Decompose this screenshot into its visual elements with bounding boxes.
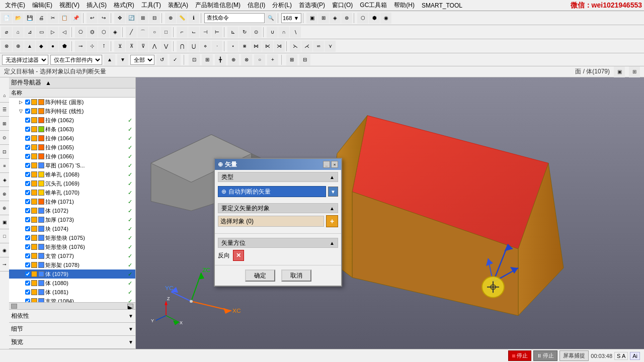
tree-checkbox-13[interactable]: [24, 207, 31, 214]
tb-r10[interactable]: ◈: [110, 27, 121, 38]
tree-item-17[interactable]: 矩形垫块 (1076) ✓: [9, 242, 135, 251]
tree-item-10[interactable]: 沉头孔 (1069) ✓: [9, 179, 135, 188]
tb-scale[interactable]: ⊞: [137, 13, 148, 24]
tree-item-20[interactable]: 体 (1079) ✓: [9, 269, 135, 279]
nav-sort-icon[interactable]: ▲: [45, 79, 51, 86]
tree-checkbox-7[interactable]: [24, 153, 31, 160]
side-icon-analy[interactable]: ◉: [0, 243, 9, 257]
zoom-dropdown[interactable]: 168 ▼: [281, 13, 301, 23]
tree-checkbox-22[interactable]: [24, 289, 31, 296]
tb-circle[interactable]: ○: [149, 27, 160, 38]
tb-shade[interactable]: ⬢: [369, 13, 380, 24]
side-icon-meas[interactable]: □: [0, 229, 9, 243]
side-icon-home[interactable]: ⌂: [0, 88, 9, 103]
tb-search-go[interactable]: 🔍: [265, 13, 276, 24]
tb-v2[interactable]: ⊞: [318, 13, 329, 24]
tree-checkbox-11[interactable]: [24, 189, 31, 196]
tb-measure[interactable]: 📏: [177, 13, 188, 24]
side-icon-prop[interactable]: ≡: [0, 159, 9, 173]
tb-s6[interactable]: ⬟: [59, 41, 70, 52]
tb-r6[interactable]: ◁: [59, 27, 70, 38]
menu-prefs[interactable]: 首选项(P): [296, 0, 328, 11]
define-section-header[interactable]: 要定义矢量的对象 ▲: [218, 203, 338, 213]
filter-snap4[interactable]: ⊕: [228, 54, 239, 65]
side-icon-dep[interactable]: ▣: [0, 215, 9, 229]
panel-detail[interactable]: 细节 ▼: [9, 323, 135, 336]
tree-checkbox-12[interactable]: [24, 198, 31, 205]
filter-view[interactable]: ⊟: [299, 54, 310, 65]
filter-snap3[interactable]: ╋: [215, 54, 226, 65]
tb-s26[interactable]: ⋍: [313, 41, 324, 52]
tb-s19[interactable]: ⋆: [227, 41, 238, 52]
tree-item-18[interactable]: 支管 (1077) ✓: [9, 251, 135, 260]
side-icon-tree[interactable]: ☰: [0, 103, 9, 117]
tb-s5[interactable]: ●: [47, 41, 58, 52]
tree-checkbox-16[interactable]: [24, 234, 31, 241]
tree-item-21[interactable]: 体 (1080) ✓: [9, 279, 135, 288]
tree-checkbox-10[interactable]: [24, 180, 31, 187]
tb-r4[interactable]: ▭: [36, 27, 47, 38]
menu-view[interactable]: 视图(V): [56, 0, 83, 11]
tb-r9[interactable]: ⬡: [98, 27, 109, 38]
filter-type-dropdown[interactable]: 无选择过滤器: [2, 55, 48, 65]
tb-move[interactable]: ✥: [114, 13, 125, 24]
tb-s8[interactable]: ⊹: [87, 41, 98, 52]
dialog-title-bar[interactable]: ⊕ 矢量 _ ×: [215, 159, 341, 170]
tree-checkbox-5[interactable]: [24, 135, 31, 142]
tb-chamfer[interactable]: ⌙: [188, 27, 199, 38]
side-icon-ops[interactable]: ⊙: [0, 131, 9, 145]
select-objects-field[interactable]: 选择对象 (0): [218, 216, 324, 227]
tb-info2[interactable]: ℹ: [188, 13, 199, 24]
tb-v1[interactable]: ▣: [306, 13, 317, 24]
tb-r2[interactable]: ⌂: [13, 27, 24, 38]
tb-s23[interactable]: ⋊: [274, 41, 285, 52]
tb-redo[interactable]: ↪: [98, 13, 109, 24]
tree-checkbox-4[interactable]: [24, 126, 31, 133]
tb-s14[interactable]: ⋁: [160, 41, 172, 52]
tb-line[interactable]: ╱: [126, 27, 137, 38]
tb-s17[interactable]: ⋄: [200, 41, 211, 52]
tree-checkbox-21[interactable]: [24, 280, 31, 287]
tb-undo[interactable]: ↩: [87, 13, 98, 24]
tree-item-16[interactable]: 矩形垫块 (1075) ✓: [9, 233, 135, 242]
filter-apply[interactable]: ✓: [170, 54, 181, 65]
tree-checkbox-9[interactable]: [24, 171, 31, 178]
dialog-minimize-btn[interactable]: _: [323, 161, 330, 168]
viewport[interactable]: ZC XC YC Z X Y: [136, 77, 644, 349]
tree-checkbox-20[interactable]: [24, 270, 31, 278]
filter-scope-dropdown[interactable]: 仅在工作部件内: [50, 55, 102, 65]
tree-expand-icon[interactable]: ▷: [17, 99, 24, 106]
tb-s1[interactable]: ⊗: [1, 41, 12, 52]
type-value-display[interactable]: ⊕ 自动判断的矢量: [218, 186, 326, 197]
tb-revolve[interactable]: ↻: [239, 27, 250, 38]
tree-item-1[interactable]: ▷ 阵列特征 (圆形): [9, 98, 135, 107]
tb-bool1[interactable]: ∪: [267, 27, 278, 38]
filter-up[interactable]: ▲: [104, 54, 115, 65]
filter-down[interactable]: ▼: [117, 54, 128, 65]
tree-item-5[interactable]: 拉伸 (1064) ✓: [9, 134, 135, 143]
menu-format[interactable]: 格式(R): [111, 0, 137, 11]
tb-bool3[interactable]: ∖: [290, 27, 301, 38]
tree-checkbox[interactable]: [24, 99, 31, 106]
tb-new[interactable]: 📄: [1, 13, 12, 24]
tb-wire[interactable]: ⬡: [357, 13, 368, 24]
tb-copy[interactable]: 📋: [59, 13, 70, 24]
tree-checkbox-18[interactable]: [24, 252, 31, 259]
menu-analysis[interactable]: 分析(L): [269, 0, 295, 11]
panel-preview[interactable]: 预览 ▼: [9, 336, 135, 349]
tb-r7[interactable]: ⎔: [75, 27, 86, 38]
tree-checkbox-8[interactable]: [24, 162, 31, 169]
tb-r3[interactable]: ⊿: [24, 27, 35, 38]
tb-s18[interactable]: ⋅: [211, 41, 222, 52]
tree-item-13[interactable]: 体 (1072) ✓: [9, 206, 135, 215]
type-dropdown-btn[interactable]: ▼: [328, 187, 338, 197]
tree-item-19[interactable]: 矩形架 (1078) ✓: [9, 260, 135, 269]
tree-checkbox-14[interactable]: [24, 216, 31, 223]
status-icon1[interactable]: ▣: [614, 66, 625, 77]
tb-rotate[interactable]: 🔄: [126, 13, 137, 24]
tb-s25[interactable]: ⋌: [301, 41, 312, 52]
tree-item-11[interactable]: 锥单孔 (1070) ✓: [9, 188, 135, 197]
tree-item-4[interactable]: 样条 (1063) ✓: [9, 125, 135, 134]
tree-checkbox-6[interactable]: [24, 144, 31, 151]
tree-expand-icon-2[interactable]: ▽: [17, 108, 24, 115]
